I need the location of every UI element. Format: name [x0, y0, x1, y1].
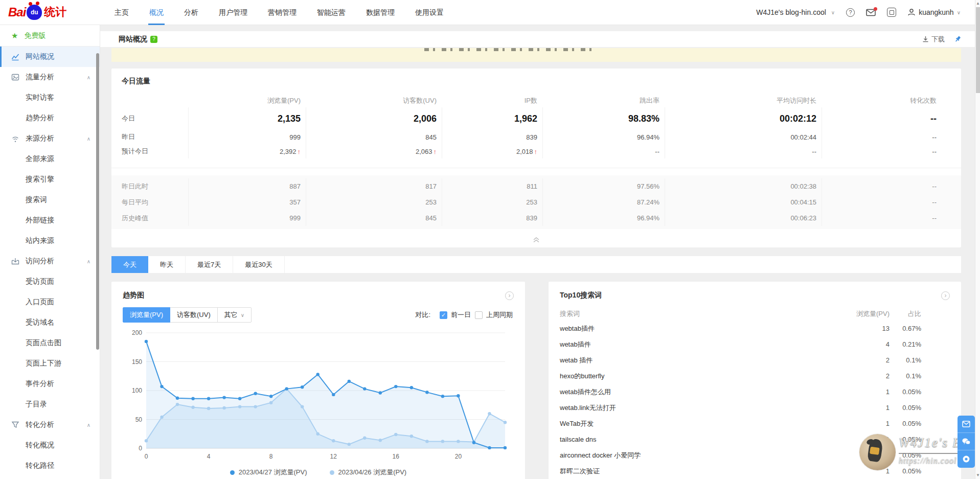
top10-keyword: wetab.link无法打开 — [560, 403, 849, 413]
top10-row[interactable]: 群晖二次验证10.05% — [560, 463, 961, 479]
today-cell: 98.83% — [542, 107, 665, 130]
scrollbar-thumb[interactable] — [976, 7, 980, 93]
nav-item-主页[interactable]: 主页 — [104, 0, 139, 25]
today-cell: 00:02:44 — [665, 130, 822, 144]
nav-item-使用设置[interactable]: 使用设置 — [405, 0, 454, 25]
legend-item[interactable]: 2023/04/26 浏览量(PV) — [330, 468, 407, 477]
mail-icon[interactable] — [866, 9, 876, 16]
sidebar-item-网站概况[interactable]: 网站概况 — [0, 47, 100, 67]
metric-button-访客数(UV)[interactable]: 访客数(UV) — [170, 307, 218, 323]
notice-banner — [111, 48, 961, 62]
top10-row[interactable]: wetab 插件20.1% — [560, 352, 961, 368]
sidebar-subitem-站内来源[interactable]: 站内来源 — [0, 231, 100, 251]
metric-button-浏览量(PV)[interactable]: 浏览量(PV) — [123, 307, 170, 323]
top10-keyword: wetab插件 — [560, 340, 849, 349]
legend-item[interactable]: 2023/04/27 浏览量(PV) — [230, 468, 307, 477]
sidebar-subitem-事件分析[interactable]: 事件分析 — [0, 374, 100, 394]
sidebar-scrollbar-thumb[interactable] — [96, 53, 99, 350]
mail-contact-button[interactable] — [958, 416, 975, 433]
expand-card-icon[interactable]: › — [941, 291, 950, 300]
compare-options: ✓前一日上周同期 — [436, 310, 513, 320]
tab-今天[interactable]: 今天 — [111, 256, 148, 273]
top10-keyword: wetab 插件 — [560, 356, 849, 365]
sidebar-item-访问分析[interactable]: 访问分析∧ — [0, 251, 100, 271]
up-arrow-icon: ↑ — [534, 148, 538, 155]
nav-item-智能运营[interactable]: 智能运营 — [307, 0, 356, 25]
mail-icon — [962, 421, 970, 427]
baidu-tongji-logo[interactable]: Bai du 统计 — [8, 5, 85, 20]
page-help-icon[interactable]: ? — [150, 36, 157, 43]
pin-icon[interactable] — [954, 35, 962, 43]
legend-label: 2023/04/27 浏览量(PV) — [239, 468, 307, 477]
today-cell: 999 — [188, 210, 306, 226]
download-icon — [922, 36, 929, 42]
top10-row[interactable]: wetab插件40.21% — [560, 336, 961, 352]
sidebar-subitem-受访域名[interactable]: 受访域名 — [0, 312, 100, 333]
nav-item-概况[interactable]: 概况 — [139, 0, 174, 25]
site-selector[interactable]: W4J1e's blog-hin.cool ∨ — [756, 8, 835, 16]
metric-other-dropdown[interactable]: 其它∨ — [217, 307, 252, 323]
service-contact-button[interactable] — [958, 450, 975, 468]
trend-title: 趋势图 — [123, 291, 144, 300]
help-icon[interactable]: ? — [846, 8, 855, 17]
nav-item-用户管理[interactable]: 用户管理 — [209, 0, 258, 25]
metric-button-group: 浏览量(PV)访客数(UV)其它∨ — [123, 307, 252, 323]
user-menu[interactable]: kuangkunh ∨ — [907, 8, 961, 16]
top10-row[interactable]: wetab.link无法打开10.05% — [560, 400, 961, 416]
top10-row[interactable]: wetab插件怎么用10.05% — [560, 384, 961, 400]
today-row-label: 预计今日 — [111, 147, 188, 156]
watermark-divider — [899, 453, 966, 454]
today-cell: 96.94% — [542, 130, 665, 144]
svg-text:12: 12 — [330, 453, 337, 460]
sidebar-subitem-外部链接[interactable]: 外部链接 — [0, 210, 100, 231]
sidebar-item-转化分析[interactable]: 转化分析∧ — [0, 415, 100, 435]
sidebar-item-流量分析[interactable]: 流量分析∧ — [0, 67, 100, 87]
compare-option-前一日[interactable]: ✓前一日 — [440, 310, 471, 320]
sidebar-subitem-搜索引擎[interactable]: 搜索引擎 — [0, 169, 100, 190]
sidebar-subitem-受访页面[interactable]: 受访页面 — [0, 271, 100, 292]
sidebar-subitem-子目录[interactable]: 子目录 — [0, 394, 100, 415]
sidebar-subitem-实时访客[interactable]: 实时访客 — [0, 87, 100, 108]
scroll-up-arrow[interactable]: ▲ — [975, 1, 980, 7]
expand-card-icon[interactable]: › — [505, 291, 514, 300]
compare-option-label: 前一日 — [451, 310, 471, 320]
checkbox-unchecked-icon[interactable] — [475, 311, 483, 319]
svg-text:100: 100 — [132, 387, 142, 394]
sidebar-item-来源分析[interactable]: 来源分析∧ — [0, 128, 100, 149]
tab-最近30天[interactable]: 最近30天 — [233, 256, 284, 273]
top10-ratio: 0.21% — [890, 340, 921, 348]
scroll-down-arrow[interactable]: ▼ — [975, 472, 980, 478]
sidebar-subitem-转化概况[interactable]: 转化概况 — [0, 435, 100, 455]
nav-item-营销管理[interactable]: 营销管理 — [258, 0, 307, 25]
sidebar-subitem-转化路径[interactable]: 转化路径 — [0, 455, 100, 476]
top10-row[interactable]: webtab插件130.67% — [560, 321, 961, 336]
top10-pv: 4 — [849, 340, 890, 348]
tab-最近7天[interactable]: 最近7天 — [186, 256, 233, 273]
wechat-contact-button[interactable] — [958, 433, 975, 450]
collapse-card-button[interactable] — [532, 236, 540, 243]
top10-pv: 2 — [849, 356, 890, 364]
today-row-历史峰值: 历史峰值99984583996.94%00:06:23-- — [111, 210, 961, 226]
nav-item-数据管理[interactable]: 数据管理 — [356, 0, 405, 25]
today-cell: 839 — [442, 130, 542, 144]
download-button[interactable]: 下载 — [922, 35, 945, 44]
top-header: Bai du 统计 主页概况分析用户管理营销管理智能运营数据管理使用设置 W4J… — [0, 0, 975, 25]
tab-昨天[interactable]: 昨天 — [148, 256, 186, 273]
sidebar-subitem-趋势分析[interactable]: 趋势分析 — [0, 108, 100, 128]
page-scrollbar[interactable]: ▲ ▼ — [975, 0, 980, 479]
sidebar-subitem-页面点击图[interactable]: 页面点击图 — [0, 333, 100, 353]
nav-item-分析[interactable]: 分析 — [174, 0, 209, 25]
compare-option-上周同期[interactable]: 上周同期 — [475, 310, 513, 320]
top10-row[interactable]: hexo的butterfly20.1% — [560, 368, 961, 384]
apps-icon[interactable] — [887, 8, 896, 17]
top10-row[interactable]: WeTab开发10.05% — [560, 416, 961, 431]
sidebar-subitem-全部来源[interactable]: 全部来源 — [0, 149, 100, 169]
sidebar-subitem-页面上下游[interactable]: 页面上下游 — [0, 353, 100, 374]
sidebar-subitem-入口页面[interactable]: 入口页面 — [0, 292, 100, 312]
top10-ratio: 0.05% — [890, 404, 921, 412]
top10-keyword: airconnect docker 小爱同学 — [560, 451, 849, 460]
sidebar-subitem-搜索词[interactable]: 搜索词 — [0, 190, 100, 210]
sidebar-item-label: 访问分析 — [26, 257, 54, 266]
checkbox-checked-icon[interactable]: ✓ — [440, 311, 447, 319]
today-col-跳出率: 跳出率 — [542, 96, 665, 105]
